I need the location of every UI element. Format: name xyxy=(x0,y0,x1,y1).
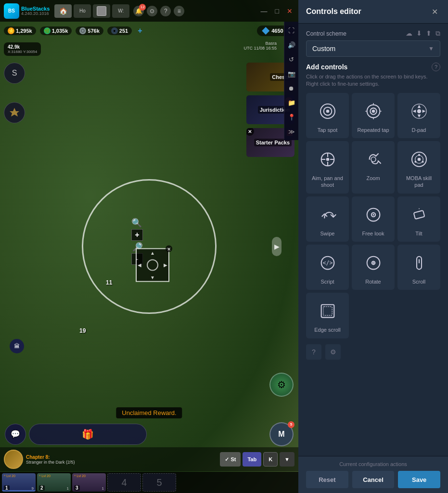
unit-slot-5[interactable]: 5 xyxy=(142,473,176,492)
add-controls-section: Add controls ? Click or drag the actions… xyxy=(306,63,440,338)
dpad-circle xyxy=(147,259,158,271)
dpad-right: ▶ xyxy=(164,262,167,268)
swipe-label: Swipe xyxy=(320,230,335,237)
zoom-label: Zoom xyxy=(366,175,380,182)
control-rotate[interactable]: Rotate xyxy=(352,245,395,290)
fullscreen-btn[interactable]: ⛶ xyxy=(285,24,298,37)
scheme-dropdown[interactable]: Custom ▼ xyxy=(306,40,440,57)
control-scroll[interactable]: Scroll xyxy=(397,245,440,290)
notification-badge: 12 xyxy=(139,4,146,11)
control-edge-scroll[interactable]: Edge scroll xyxy=(306,293,349,338)
reset-btn[interactable]: Reset xyxy=(306,471,348,488)
dpad-control[interactable]: ▲ ▼ ◀ ▶ ✕ xyxy=(136,248,169,282)
game-tab-3[interactable]: W: xyxy=(112,4,129,18)
chapter-down-btn[interactable]: ▼ xyxy=(280,452,294,467)
map-building[interactable]: 🏛 xyxy=(10,339,24,353)
screenshot-btn[interactable]: 📷 xyxy=(285,67,298,80)
help-side-btn[interactable]: ? xyxy=(306,344,321,360)
zoom-in-btn[interactable]: + xyxy=(131,229,143,241)
control-zoom[interactable]: Zoom xyxy=(352,141,395,194)
gift-btn[interactable]: 🎁 xyxy=(29,424,147,445)
control-tap-spot[interactable]: Tap spot xyxy=(306,93,349,138)
map-number-11: 11 xyxy=(106,279,112,286)
panel-close-btn[interactable]: ✕ xyxy=(429,6,440,17)
save-btn[interactable]: Save xyxy=(398,471,440,488)
resource-food: 🌿 1,035k xyxy=(40,26,72,35)
control-aim[interactable]: Aim, pan and shoot xyxy=(306,141,349,194)
mini-map-btn[interactable]: ⚙ xyxy=(269,373,294,397)
edge-scroll-icon xyxy=(316,299,339,323)
control-moba[interactable]: MOBA skill pad xyxy=(397,141,440,194)
m-button[interactable]: M 5 xyxy=(269,422,294,446)
rotate-btn[interactable]: ↺ xyxy=(285,52,298,66)
chapter-avatar xyxy=(4,450,23,469)
control-tilt[interactable]: Tilt xyxy=(397,196,440,242)
menu-btn[interactable]: ≡ xyxy=(174,6,184,16)
scheme-copy-icon[interactable]: ⧉ xyxy=(435,29,440,38)
control-repeated-tap[interactable]: Repeated tap xyxy=(352,93,395,138)
scheme-section: Control scheme ☁ ⬇ ⬆ ⧉ Custom ▼ xyxy=(306,29,440,57)
svg-point-12 xyxy=(417,109,421,113)
swipe-right-btn[interactable]: ▶ xyxy=(272,237,282,256)
record-btn[interactable]: ⏺ xyxy=(285,81,298,95)
svg-rect-39 xyxy=(323,307,332,315)
control-swipe[interactable]: Swipe xyxy=(306,196,349,242)
location-btn[interactable]: 📍 xyxy=(285,110,298,124)
rank-btn[interactable] xyxy=(4,102,25,123)
maximize-btn[interactable]: □ xyxy=(273,7,281,15)
tab-btn[interactable]: Tab xyxy=(243,452,261,467)
minimize-btn[interactable]: — xyxy=(259,7,269,15)
help-btn[interactable]: ? xyxy=(160,6,171,16)
unit-slot-2[interactable]: ^ Lvl 20 2 1 xyxy=(37,473,71,492)
circle-control[interactable] xyxy=(82,179,217,314)
reward-banner[interactable]: Unclaimed Reward. xyxy=(116,407,182,418)
dpad-down: ▼ xyxy=(150,275,155,280)
folder-btn[interactable]: 📁 xyxy=(285,96,298,109)
control-script[interactable]: </> Script xyxy=(306,245,349,290)
add-controls-help-btn[interactable]: ? xyxy=(432,63,440,71)
game-tab-2[interactable] xyxy=(93,4,110,18)
settings-side-btn[interactable]: ⚙ xyxy=(325,344,341,360)
control-free-look[interactable]: Free look xyxy=(352,196,395,242)
notification-btn[interactable]: 🔔 12 xyxy=(133,6,144,16)
tap-spot-label: Tap spot xyxy=(318,127,338,133)
dpad-close-btn[interactable]: ✕ xyxy=(166,246,172,252)
chat-btn[interactable]: 💬 xyxy=(5,424,26,445)
dpad-left: ◀ xyxy=(138,262,141,268)
volume-btn[interactable]: 🔊 xyxy=(285,38,298,52)
scroll-icon xyxy=(408,251,431,274)
bluestacks-text: BlueStacks 4.240.20.1016 xyxy=(21,6,50,16)
game-area: BS BlueStacks 4.240.20.1016 🏠 Ho W: 🔔 12… xyxy=(0,0,298,493)
home-tab[interactable]: 🏠 xyxy=(54,4,72,18)
scroll-label: Scroll xyxy=(412,278,426,285)
unit-slot-3[interactable]: ^ Lvl 20 3 1 xyxy=(72,473,106,492)
resources-bar: ⭐ 1,295k 🌿 1,035k ⬡ 576k ● 251 + 4650 + xyxy=(0,23,298,39)
mini-map-icon: ⚙ xyxy=(277,379,286,390)
zoom-in-icon: 🔍 xyxy=(131,218,143,228)
svg-point-23 xyxy=(418,154,420,156)
dpad-up: ▲ xyxy=(150,250,155,256)
close-btn[interactable]: ✕ xyxy=(285,7,294,15)
panel-header: Controls editor ✕ xyxy=(298,0,448,24)
control-dpad[interactable]: D-pad xyxy=(397,93,440,138)
dropdown-arrow-icon: ▼ xyxy=(428,45,434,52)
unit-slot-4[interactable]: 4 xyxy=(107,473,141,492)
add-resources-btn[interactable]: + xyxy=(138,26,142,35)
scheme-cloud-icon[interactable]: ☁ xyxy=(406,29,412,38)
scheme-download-icon[interactable]: ⬇ xyxy=(416,29,422,38)
controls-editor-panel: Controls editor ✕ Control scheme ☁ ⬇ ⬆ ⧉… xyxy=(298,0,448,493)
chapter-start-btn[interactable]: ✓ St xyxy=(220,452,241,467)
expand-btn[interactable]: ≫ xyxy=(285,125,298,138)
window-controls: — □ ✕ xyxy=(259,7,294,15)
cancel-btn[interactable]: Cancel xyxy=(352,471,395,488)
scheme-upload-icon[interactable]: ⬆ xyxy=(426,29,432,38)
game-tab-1[interactable]: Ho xyxy=(74,4,91,18)
settings-btn[interactable]: S xyxy=(4,63,25,84)
unit-slot-1[interactable]: ^ Lvl 20 1 9 xyxy=(2,473,36,492)
swipe-ctrl-icon xyxy=(316,203,339,226)
m-label: M xyxy=(278,430,284,439)
svg-point-22 xyxy=(417,158,421,161)
player-info: 42.9k X:31680 Y:30054 xyxy=(4,42,41,56)
coin-btn[interactable]: ⊙ xyxy=(147,6,157,16)
k-btn[interactable]: K xyxy=(263,452,278,467)
